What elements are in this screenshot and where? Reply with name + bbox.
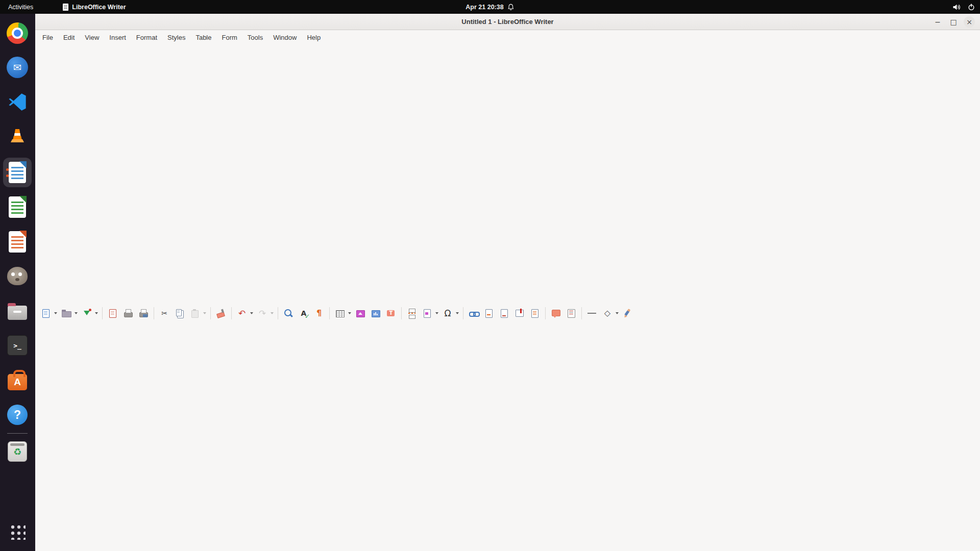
- insert-bookmark-button[interactable]: [512, 306, 527, 321]
- dock-item-chrome[interactable]: [5, 21, 30, 45]
- dock-item-libreoffice-calc[interactable]: [5, 195, 30, 219]
- insert-text-box-button[interactable]: [383, 306, 399, 321]
- insert-bookmark-icon: [513, 308, 526, 319]
- menu-edit[interactable]: Edit: [58, 30, 80, 44]
- horizontal-line-icon: [586, 308, 598, 319]
- menu-format[interactable]: Format: [131, 30, 162, 44]
- dropdown-arrow-icon[interactable]: [250, 312, 253, 314]
- dropdown-arrow-icon[interactable]: [348, 312, 351, 314]
- toolbar-separator: [401, 307, 402, 319]
- basic-shapes-button[interactable]: ◇: [600, 306, 620, 321]
- dropdown-arrow-icon[interactable]: [95, 312, 98, 314]
- print-button[interactable]: [120, 306, 136, 321]
- gimp-icon: [7, 267, 28, 285]
- close-button[interactable]: ×: [964, 16, 975, 28]
- insert-text-box-icon: [385, 308, 397, 319]
- insert-footnote-button[interactable]: [481, 306, 497, 321]
- clone-formatting-button[interactable]: [213, 306, 229, 321]
- dropdown-arrow-icon[interactable]: [54, 312, 57, 314]
- spelling-button[interactable]: A: [296, 306, 311, 321]
- menu-help[interactable]: Help: [302, 30, 326, 44]
- dock-item-thunderbird[interactable]: ✉: [5, 55, 30, 80]
- insert-field-button[interactable]: [420, 306, 440, 321]
- clock-button[interactable]: Apr 21 20:38: [465, 0, 514, 14]
- undo-button[interactable]: ↶: [234, 306, 255, 321]
- menu-table[interactable]: Table: [190, 30, 216, 44]
- focused-app-name: LibreOffice Writer: [72, 4, 126, 11]
- insert-comment-button[interactable]: [548, 306, 564, 321]
- insert-image-button[interactable]: [353, 306, 368, 321]
- menu-window[interactable]: Window: [268, 30, 302, 44]
- dock-item-terminal[interactable]: >_: [5, 333, 30, 358]
- cut-button[interactable]: ✂: [157, 306, 172, 321]
- menu-form[interactable]: Form: [216, 30, 242, 44]
- copy-button[interactable]: [172, 306, 187, 321]
- dock-item-vscode[interactable]: [5, 90, 30, 114]
- dock-item-libreoffice-writer[interactable]: [5, 160, 30, 185]
- insert-endnote-button[interactable]: [497, 306, 512, 321]
- horizontal-line-button[interactable]: [584, 306, 600, 321]
- insert-table-button[interactable]: [332, 306, 353, 321]
- export-pdf-button[interactable]: [105, 306, 120, 321]
- dock-item-trash[interactable]: ♻: [5, 439, 30, 464]
- save-icon: [81, 308, 93, 319]
- menu-file[interactable]: File: [37, 30, 58, 44]
- redo-button[interactable]: ↷: [255, 306, 275, 321]
- insert-table-icon: [334, 308, 346, 319]
- dock-item-files[interactable]: [5, 299, 30, 323]
- toolbar-separator: [231, 307, 232, 319]
- dock-item-libreoffice-impress[interactable]: [5, 230, 30, 254]
- writer-app-icon: [63, 4, 68, 11]
- insert-hyperlink-button[interactable]: [466, 306, 481, 321]
- maximize-button[interactable]: □: [948, 16, 959, 28]
- dock-item-vlc[interactable]: [5, 125, 30, 149]
- insert-image-icon: [354, 308, 366, 319]
- formatting-marks-button[interactable]: ¶: [311, 306, 327, 321]
- find-replace-icon: [282, 308, 295, 319]
- menu-tools[interactable]: Tools: [242, 30, 268, 44]
- dock-item-show-applications[interactable]: [5, 519, 30, 544]
- libreoffice-calc-icon: [9, 196, 26, 218]
- dock-item-gimp[interactable]: [5, 264, 30, 288]
- dropdown-arrow-icon[interactable]: [271, 312, 274, 314]
- menu-insert[interactable]: Insert: [104, 30, 131, 44]
- show-draw-functions-button[interactable]: [620, 306, 635, 321]
- dropdown-arrow-icon[interactable]: [75, 312, 78, 314]
- menu-view[interactable]: View: [80, 30, 104, 44]
- redo-icon: ↷: [256, 308, 268, 319]
- find-replace-button[interactable]: [281, 306, 296, 321]
- paste-button[interactable]: [187, 306, 208, 321]
- open-button[interactable]: [59, 306, 79, 321]
- dropdown-arrow-icon[interactable]: [203, 312, 206, 314]
- dropdown-arrow-icon[interactable]: [456, 312, 459, 314]
- focused-app-indicator[interactable]: LibreOffice Writer: [63, 4, 126, 11]
- track-changes-button[interactable]: [564, 306, 579, 321]
- dock-item-ubuntu-software[interactable]: A: [5, 368, 30, 392]
- insert-cross-reference-button[interactable]: [527, 306, 543, 321]
- volume-icon[interactable]: [952, 4, 961, 11]
- print-preview-button[interactable]: [136, 306, 151, 321]
- insert-page-break-button[interactable]: [404, 306, 420, 321]
- cut-icon: ✂: [158, 308, 170, 319]
- title-bar[interactable]: Untitled 1 - LibreOffice Writer − □ ×: [35, 14, 980, 30]
- insert-special-character-button[interactable]: Ω: [440, 306, 460, 321]
- insert-page-break-icon: [406, 308, 418, 319]
- save-button[interactable]: [79, 306, 100, 321]
- power-icon[interactable]: [968, 4, 975, 11]
- print-icon: [122, 308, 134, 319]
- insert-chart-button[interactable]: [368, 306, 383, 321]
- new-document-icon: [40, 308, 52, 319]
- dropdown-arrow-icon[interactable]: [435, 312, 438, 314]
- system-status-area[interactable]: [952, 0, 975, 14]
- dropdown-arrow-icon[interactable]: [616, 312, 619, 314]
- dock-item-help[interactable]: ?: [5, 403, 30, 427]
- toolbar-separator: [154, 307, 154, 319]
- ubuntu-software-icon: A: [8, 374, 27, 390]
- toolbar-separator: [102, 307, 103, 319]
- track-changes-icon: [565, 308, 577, 319]
- libreoffice-writer-window: Untitled 1 - LibreOffice Writer − □ × Fi…: [35, 14, 980, 551]
- menu-styles[interactable]: Styles: [162, 30, 190, 44]
- minimize-button[interactable]: −: [932, 16, 943, 28]
- activities-button[interactable]: Activities: [0, 0, 41, 14]
- new-document-button[interactable]: [38, 306, 59, 321]
